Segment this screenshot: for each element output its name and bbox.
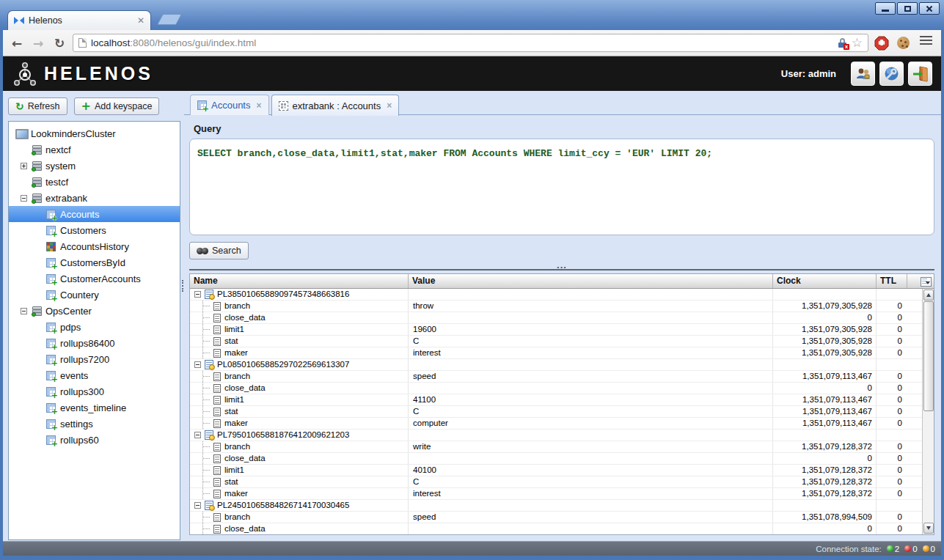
cell-clock: 1,351,079,128,372: [773, 476, 877, 487]
settings-button[interactable]: [879, 62, 904, 86]
table-row[interactable]: close_data00: [190, 312, 922, 324]
sidebar-item-pdps[interactable]: pdps: [9, 319, 180, 335]
left-panel: ↻ Refresh + Add keyspace LookmindersClus…: [3, 91, 184, 541]
table-row[interactable]: close_data00: [190, 523, 922, 534]
collapse-expander-icon[interactable]: [194, 361, 201, 368]
sidebar-item-lookminderscluster[interactable]: LookmindersCluster: [9, 125, 180, 141]
cell-ttl: 0: [877, 336, 907, 347]
table-row[interactable]: branchwrite1,351,079,128,3720: [190, 441, 922, 453]
tab-close-icon[interactable]: ×: [387, 100, 392, 111]
column-header-value[interactable]: Value: [409, 274, 773, 288]
forward-button[interactable]: →: [30, 36, 46, 51]
table-row[interactable]: limit1196001,351,079,305,9280: [190, 324, 922, 336]
sidebar-item-rollups60[interactable]: rollups60: [9, 432, 180, 448]
sidebar-item-system[interactable]: system: [9, 158, 180, 174]
sidebar-item-countery[interactable]: Countery: [9, 287, 180, 303]
refresh-button[interactable]: ↻ Refresh: [8, 97, 67, 115]
sidebar-item-testcf[interactable]: testcf: [9, 174, 180, 190]
sidebar-item-accounts[interactable]: Accounts: [9, 206, 180, 222]
cookie-extension-icon[interactable]: [895, 37, 911, 49]
url-bar[interactable]: localhost:8080/helenos/gui/index.html x …: [73, 34, 868, 52]
query-editor[interactable]: SELECT branch,close_data,limit1,stat,mak…: [189, 139, 934, 235]
column-header-name[interactable]: Name: [190, 274, 409, 288]
bookmark-star-icon[interactable]: ☆: [852, 37, 863, 49]
table-row-group[interactable]: PL24501065884826714170030465: [190, 500, 922, 512]
tree-connector: [202, 441, 213, 452]
cell-value: computer: [409, 418, 773, 429]
table-row[interactable]: statC1,351,079,113,4670: [190, 406, 922, 418]
sidebar-item-events[interactable]: events: [9, 367, 180, 383]
table-row[interactable]: branchspeed1,351,079,113,4670: [190, 371, 922, 383]
logout-button[interactable]: [908, 62, 932, 86]
minimize-button[interactable]: [875, 2, 896, 15]
sidebar-item-customeraccounts[interactable]: CustomerAccounts: [9, 270, 180, 287]
table-row-group[interactable]: PL08501065885297022569613307: [190, 359, 922, 371]
tree-connector: [202, 418, 213, 429]
table-icon: [197, 100, 207, 110]
table-row[interactable]: close_data00: [190, 453, 922, 465]
panel-splitter[interactable]: [181, 91, 184, 541]
insecure-lock-icon[interactable]: x: [838, 38, 847, 48]
sidebar-item-settings[interactable]: settings: [9, 416, 180, 432]
table-row[interactable]: limit1401001,351,079,128,3720: [190, 465, 922, 476]
tab-accounts[interactable]: Accounts×: [190, 95, 269, 115]
browser-tab[interactable]: Helenos ✕: [7, 10, 151, 30]
splitter-handle[interactable]: ...: [557, 262, 567, 269]
tab-close-icon[interactable]: ×: [256, 100, 261, 111]
back-button[interactable]: ←: [9, 36, 25, 51]
tab-extrabank-accounts[interactable]: extrabank : Accounts×: [271, 95, 400, 116]
table-row[interactable]: branchthrow1,351,079,305,9280: [190, 301, 922, 312]
cell-value: speed: [409, 512, 773, 523]
scroll-down-button[interactable]: [923, 523, 934, 534]
new-tab-button[interactable]: [157, 14, 182, 25]
sidebar-item-extrabank[interactable]: extrabank: [9, 190, 180, 206]
scroll-up-button[interactable]: [923, 290, 934, 301]
column-picker-icon[interactable]: [921, 277, 932, 287]
cell-name: close_data: [190, 383, 409, 394]
adblock-hand-icon[interactable]: [874, 36, 890, 51]
table-row[interactable]: branchspeed1,351,078,994,5090: [190, 512, 922, 523]
horizontal-splitter[interactable]: ...: [189, 261, 934, 270]
collapse-expander-icon[interactable]: [194, 432, 201, 438]
keyspace-icon: [32, 161, 41, 171]
sidebar-item-opscenter[interactable]: OpsCenter: [9, 303, 180, 319]
collapse-icon[interactable]: [21, 195, 27, 202]
collapse-icon[interactable]: [21, 308, 27, 314]
column-header-clock[interactable]: Clock: [773, 274, 877, 288]
table-row[interactable]: makercomputer1,351,079,113,4670: [190, 418, 922, 430]
table-row[interactable]: limit1411001,351,079,113,4670: [190, 394, 922, 406]
sidebar-item-accountshistory[interactable]: AccountsHistory: [9, 238, 180, 254]
collapse-expander-icon[interactable]: [194, 291, 201, 298]
sidebar-item-customers[interactable]: Customers: [9, 222, 180, 238]
table-row[interactable]: makerinterest1,351,079,305,9280: [190, 347, 922, 359]
browser-tab-close-icon[interactable]: ✕: [137, 15, 144, 26]
column-header-ttl[interactable]: TTL: [877, 274, 907, 288]
collapse-expander-icon[interactable]: [194, 502, 201, 509]
maximize-button[interactable]: [897, 2, 918, 15]
close-button[interactable]: [919, 2, 940, 15]
users-button[interactable]: [851, 62, 875, 86]
cell-clock: 1,351,079,113,467: [773, 406, 877, 417]
sidebar-item-events-timeline[interactable]: events_timeline: [9, 399, 180, 416]
query-text[interactable]: SELECT branch,close_data,limit1,stat,mak…: [197, 148, 926, 159]
table-row[interactable]: statC1,351,079,305,9280: [190, 336, 922, 347]
search-button[interactable]: Search: [189, 242, 249, 259]
expand-icon[interactable]: [21, 163, 27, 169]
table-row[interactable]: makerinterest1,351,079,128,3720: [190, 488, 922, 500]
sidebar-item-nextcf[interactable]: nextcf: [9, 141, 180, 158]
table-row[interactable]: close_data00: [190, 383, 922, 394]
url-text[interactable]: localhost:8080/helenos/gui/index.html: [91, 37, 834, 48]
sidebar-item-rollups86400[interactable]: rollups86400: [9, 335, 180, 351]
sidebar-item-label: pdps: [60, 322, 81, 333]
reload-button[interactable]: ↻: [51, 36, 67, 51]
cell-ttl: 0: [877, 476, 907, 487]
table-row[interactable]: statC1,351,079,128,3720: [190, 476, 922, 488]
sidebar-item-customersbyid[interactable]: CustomersById: [9, 254, 180, 270]
table-scrollbar[interactable]: [922, 289, 934, 534]
add-keyspace-button[interactable]: + Add keyspace: [74, 97, 160, 115]
table-row-group[interactable]: PL38501065889097457348663816: [190, 289, 922, 301]
table-row-group[interactable]: PL79501065881876412009621203: [190, 430, 922, 441]
sidebar-item-rollups300[interactable]: rollups300: [9, 383, 180, 399]
sidebar-item-rollups7200[interactable]: rollups7200: [9, 351, 180, 367]
scrollbar-thumb[interactable]: [923, 301, 934, 411]
